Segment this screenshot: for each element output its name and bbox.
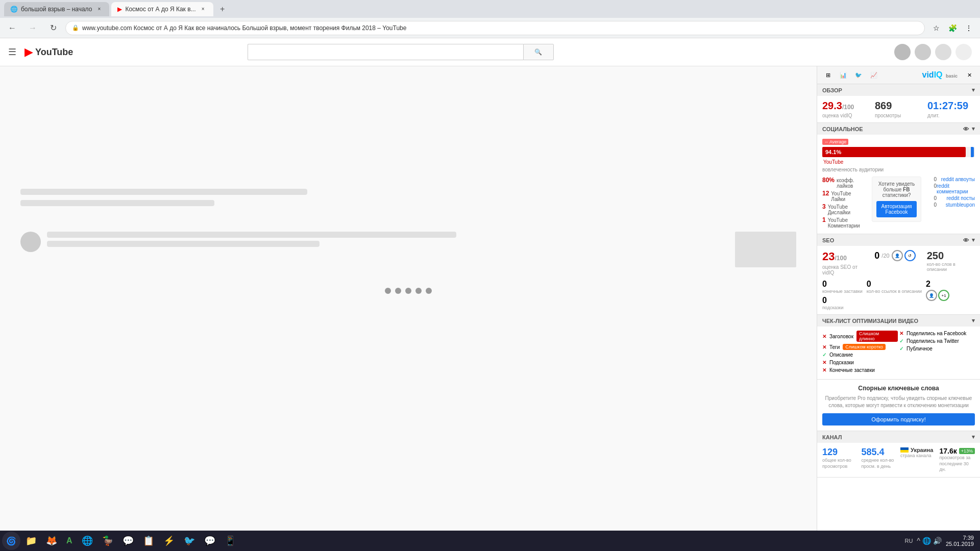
extensions-icon[interactable]: 🧩 (945, 21, 960, 35)
vidiq-twitter-icon[interactable]: 🐦 (853, 69, 864, 81)
social-chevron[interactable]: ▾ (972, 126, 975, 132)
youtube-logo[interactable]: ▶ YouTube (24, 45, 73, 59)
vidiq-trend-icon[interactable]: 📈 (868, 69, 879, 81)
social-eye-icon[interactable]: 👁 (963, 126, 969, 132)
avatar-3[interactable] (935, 44, 951, 60)
growth-badge: +13% (959, 448, 975, 454)
ukraine-flag (900, 447, 909, 453)
subscribe-button[interactable]: Оформить подписку! (822, 413, 975, 425)
checklist-grid: ✕ Заголовок Слишком длинно ✕ Теги Слишко… (822, 331, 975, 375)
desc-links-block: 0 кол-во ссылок в описании (867, 280, 922, 294)
seo-chevron[interactable]: ▾ (972, 237, 975, 243)
social-row: 80% коэфф. лайков 12 YouTube Лайки 3 You… (822, 177, 975, 230)
fb-auth-button[interactable]: АвторизацияFacebook (876, 201, 917, 217)
refresh-button[interactable]: ↻ (45, 20, 61, 36)
vidiq-grid-icon[interactable]: ⊞ (822, 69, 834, 81)
avatar-2[interactable] (915, 44, 931, 60)
tab-active-close-btn[interactable]: × (199, 5, 207, 13)
checklist-left: ✕ Заголовок Слишком длинно ✕ Теги Слишко… (822, 331, 898, 375)
dot-3[interactable] (405, 288, 411, 294)
avatar-4[interactable] (955, 44, 972, 60)
tray-up-arrow[interactable]: ^ (917, 537, 920, 545)
taskbar-yellow[interactable]: ⚡ (159, 532, 179, 550)
seo-section: SEO 👁 ▾ 23/100 оценка SEO от vidIQ (817, 234, 980, 315)
seo-circle-1: 👤 (892, 250, 903, 261)
taskbar: 🌀 📁 🦊 A 🌐 🦆 💬 📋 ⚡ 🐦 💬 📱 RU ^ 🌐 🔊 7:39 25… (0, 531, 980, 551)
channel-subs-val: 129 (822, 447, 857, 458)
dot-5[interactable] (426, 288, 432, 294)
reddit-col: 0 reddit апвоуты 0 reddit комментарии 0 … (929, 177, 975, 230)
seo-score-block: 23/100 оценка SEO от vidIQ (822, 250, 870, 276)
loading-avatar (20, 232, 41, 252)
taskbar-files[interactable]: 📁 (21, 532, 41, 550)
score-fraction: /100 (842, 104, 854, 111)
back-button[interactable]: ← (4, 20, 20, 36)
taskbar-green[interactable]: 📋 (139, 532, 158, 550)
url-bar[interactable]: 🔒 www.youtube.com Космос от А до Я Как в… (65, 21, 925, 35)
dot-1[interactable] (385, 288, 391, 294)
taskbar-skype[interactable]: 💬 (118, 532, 138, 550)
channel-country-block: Украина страна канала (900, 447, 935, 459)
new-tab-button[interactable]: + (215, 2, 230, 16)
country-label: страна канала (900, 453, 935, 459)
taskbar-whatsapp[interactable]: 📱 (220, 532, 240, 550)
search-bar[interactable]: 🔍 (248, 44, 554, 60)
seo-score-label: оценка SEO от vidIQ (822, 264, 870, 276)
tab-favicon: 🌐 (10, 6, 18, 13)
menu-icon[interactable]: ⋮ (962, 21, 976, 35)
address-bar: ← → ↻ 🔒 www.youtube.com Космос от А до Я… (0, 18, 980, 38)
metric-yt-comments: 1 YouTube Комментарии (822, 216, 864, 229)
loading-lines (47, 232, 729, 252)
avatar-1[interactable] (894, 44, 911, 60)
fb-promo-box: Хотите увидетьбольше FBстатистики? Автор… (872, 177, 922, 222)
loading-bar-1 (20, 189, 307, 195)
browser-chrome: 🌐 большой взрыв – начало × ▶ Космос от А… (0, 0, 980, 18)
channel-avg-label: среднее кол-во просм. в день (861, 458, 896, 469)
clock-time: 7:39 (946, 535, 974, 541)
taskbar-chrome[interactable]: 🌐 (78, 532, 97, 550)
hashtag-icon-1: 👤 (926, 290, 937, 301)
links-val: 0 (874, 251, 879, 261)
duration-label: длит. (927, 113, 975, 118)
video-area (0, 66, 817, 551)
seo-content: 23/100 оценка SEO от vidIQ 0 /20 👤 ↺ (817, 246, 980, 314)
channel-chevron[interactable]: ▾ (972, 434, 975, 440)
taskbar-bird[interactable]: 🐦 (180, 532, 199, 550)
seo-eye-icon[interactable]: 👁 (963, 237, 969, 243)
dot-2[interactable] (395, 288, 401, 294)
checklist-chevron[interactable]: ▾ (972, 317, 975, 324)
tray-sound[interactable]: 🔊 (933, 537, 942, 545)
views-30-label: просмотров за последние 30 дн. (939, 455, 975, 473)
search-input[interactable] (248, 44, 523, 60)
checklist-desc-item: ✓ Описание (822, 352, 898, 358)
tab-close-btn[interactable]: × (95, 5, 103, 13)
taskbar-chat[interactable]: 💬 (200, 532, 219, 550)
hamburger-menu[interactable]: ☰ (8, 46, 16, 58)
metric-yt-dislikes: 3 YouTube Дислайки (822, 203, 864, 215)
duration-value: 01:27:59 (927, 100, 975, 112)
seo-circle-2: ↺ (904, 250, 916, 261)
social-title: СОЦИАЛЬНОЕ (822, 126, 863, 132)
bookmark-icon[interactable]: ☆ (929, 21, 943, 35)
vidiq-close-icon[interactable]: ✕ (964, 69, 975, 81)
social-bar-fill: 94.1% (822, 147, 966, 157)
taskbar-duck[interactable]: 🦆 (98, 532, 117, 550)
stumbleupon: 0 stumbleupon (934, 202, 975, 208)
taskbar-browser-firefox[interactable]: 🦊 (42, 532, 61, 550)
checklist-cards-item: ✕ Подсказки (822, 360, 898, 365)
clock-date: 25.01.2019 (946, 541, 974, 547)
taskbar-antivirus[interactable]: A (62, 532, 77, 550)
keywords-title: Спорные ключевые слова (822, 385, 975, 392)
checklist-title-item: ✕ Заголовок Слишком длинно (822, 331, 898, 342)
dot-4[interactable] (415, 288, 422, 294)
overview-chevron[interactable]: ▾ (972, 87, 975, 93)
seo-top-stats: 23/100 оценка SEO от vidIQ 0 /20 👤 ↺ (822, 250, 975, 276)
start-button[interactable]: 🌀 (2, 532, 20, 550)
vidiq-chart-icon[interactable]: 📊 (838, 69, 849, 81)
forward-button[interactable]: → (24, 20, 41, 36)
tray-network[interactable]: 🌐 (922, 537, 931, 545)
tab-active[interactable]: ▶ Космос от А до Я Как в... × (111, 2, 213, 16)
youtube-header: ☰ ▶ YouTube 🔍 (0, 38, 980, 66)
search-button[interactable]: 🔍 (523, 44, 554, 60)
tab-inactive[interactable]: 🌐 большой взрыв – начало × (4, 2, 109, 16)
